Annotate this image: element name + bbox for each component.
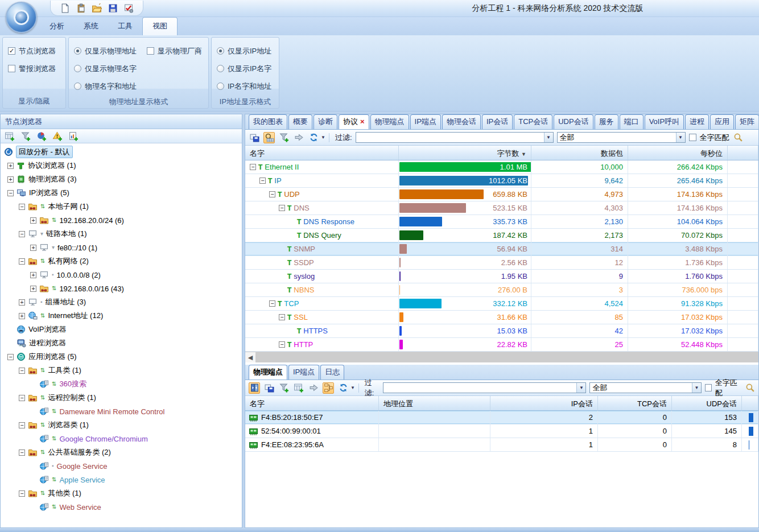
tree-expander-expanded[interactable]: − [19, 204, 25, 210]
add-alarm-button[interactable] [52, 130, 63, 142]
column-header-name[interactable]: 名字 [245, 396, 379, 410]
radio-circle[interactable] [74, 83, 81, 90]
tree-expander-expanded[interactable]: − [19, 258, 25, 265]
checkbox-警报浏览器[interactable]: 警报浏览器 [8, 64, 56, 74]
radio-circle[interactable] [217, 83, 224, 90]
tree-item[interactable]: −⇅其他类 (1) [1, 486, 242, 500]
chevron-down-icon[interactable]: ▼ [676, 133, 685, 142]
refresh-button[interactable] [308, 132, 319, 143]
column-header-name[interactable]: 名字 [245, 146, 399, 160]
tree-item[interactable]: +▾fe80::/10 (1) [1, 241, 242, 254]
tree-item[interactable]: +▪组播地址 (3) [1, 295, 242, 309]
locate-button[interactable] [293, 132, 304, 143]
whole-word-checkbox[interactable] [689, 134, 696, 141]
open-folder-button[interactable] [90, 2, 103, 14]
chevron-down-icon[interactable]: ▼ [576, 383, 585, 393]
dropdown-arrow-icon[interactable]: ▼ [321, 135, 325, 140]
view-tab-进程[interactable]: 进程 [685, 114, 709, 129]
tree-expander-collapsed[interactable]: + [7, 176, 14, 183]
scroll-left-icon[interactable]: ◀ [245, 352, 256, 362]
ribbon-tab-分析[interactable]: 分析 [40, 18, 74, 35]
tree-item[interactable]: +⇅192.168.0.0/16 (43) [1, 282, 242, 295]
ribbon-tab-系统[interactable]: 系统 [74, 18, 108, 35]
view-tab-物理会话[interactable]: 物理会话 [442, 114, 481, 129]
tree-expander-collapsed[interactable]: + [19, 313, 25, 319]
tree-expander-collapsed[interactable]: + [19, 299, 25, 306]
endpoint-tab-IP端点[interactable]: IP端点 [288, 365, 319, 380]
locate-button[interactable] [308, 382, 319, 394]
search-icon[interactable] [733, 132, 744, 143]
ribbon-tab-工具[interactable]: 工具 [108, 18, 142, 35]
tree-expander-expanded[interactable]: − [19, 449, 25, 456]
tree-item[interactable]: +⇅Internet地址 (12) [1, 309, 242, 323]
radio-circle[interactable] [74, 65, 81, 72]
tree-item[interactable]: ⇅Google Chrome/Chromium [1, 432, 242, 446]
view-tab-VoIP呼叫[interactable]: VoIP呼叫 [645, 114, 684, 129]
tree-expander-expanded[interactable]: − [19, 231, 25, 237]
tree-item[interactable]: +⇅192.168.20.0/24 (6) [1, 213, 242, 227]
tree-item[interactable]: ⇅Web Service [1, 500, 242, 514]
view-tab-服务[interactable]: 服务 [595, 114, 618, 129]
protocol-row-ethernet-ii[interactable]: −TEthernet II1.01 MB10,000266.424 Kbps [245, 160, 758, 174]
protocol-row-ip[interactable]: −TIP1012.05 KB9,642265.464 Kbps [245, 174, 758, 188]
view-tab-IP会话[interactable]: IP会话 [482, 114, 513, 129]
tree-item[interactable]: ⇅Apple Service [1, 473, 242, 486]
endpoint-row[interactable]: 52:54:00:99:00:0110145 [245, 424, 758, 438]
protocol-row-tcp[interactable]: −TTCP332.12 KB4,52491.328 Kbps [245, 297, 758, 311]
protocol-row-dns-query[interactable]: TDNS Query187.42 KB2,17370.072 Kbps [245, 229, 758, 242]
radio-IP名字和地址[interactable]: IP名字和地址 [217, 81, 271, 92]
add-graph-button[interactable] [36, 130, 47, 142]
protocol-row-http[interactable]: −THTTP22.82 KB2552.448 Kbps [245, 338, 758, 352]
protocol-row-dns[interactable]: −TDNS523.15 KB4,303174.136 Kbps [245, 201, 758, 215]
tree-expander-collapsed[interactable]: + [30, 217, 36, 224]
radio-仅显示物理名字[interactable]: 仅显示物理名字 [74, 64, 137, 74]
protocol-row-dns-response[interactable]: TDNS Response335.73 KB2,130104.064 Kbps [245, 215, 758, 229]
tree-item[interactable]: −▾链路本地 (1) [1, 227, 242, 241]
protocol-row-ssdp[interactable]: TSSDP2.56 KB121.736 Kbps [245, 256, 758, 270]
add-filter-button[interactable] [278, 382, 290, 394]
view-tab-端口[interactable]: 端口 [620, 114, 644, 129]
tree-item[interactable]: +物理浏览器 (3) [1, 172, 242, 186]
whole-word-checkbox[interactable] [705, 384, 712, 391]
scrollbar-thumb[interactable] [256, 352, 758, 362]
save-button[interactable] [106, 2, 119, 14]
view-tab-诊断[interactable]: 诊断 [314, 114, 337, 129]
column-header-geo[interactable]: 地理位置 [379, 396, 490, 410]
search-icon[interactable] [745, 382, 755, 394]
column-header-tcp-sessions[interactable]: TCP会话 [598, 396, 672, 410]
new-document-button[interactable] [59, 2, 71, 14]
analysis-profile-button[interactable] [122, 2, 135, 14]
filter-scope-value[interactable]: 全部 [590, 383, 692, 393]
horizontal-scrollbar[interactable]: ◀ [245, 352, 758, 362]
endpoint-tab-日志[interactable]: 日志 [320, 365, 344, 380]
checkbox-box[interactable] [8, 65, 15, 72]
tree-item[interactable]: −⇅本地子网 (1) [1, 200, 242, 213]
close-tab-icon[interactable]: × [360, 117, 365, 126]
tree-item[interactable]: 进程浏览器 [1, 336, 242, 350]
radio-circle[interactable] [74, 47, 81, 55]
view-tab-TCP会话[interactable]: TCP会话 [514, 114, 552, 129]
tree-item[interactable]: ⇅Dameware Mini Remote Control [1, 405, 242, 418]
radio-circle[interactable] [217, 65, 224, 72]
chevron-down-icon[interactable]: ▼ [692, 383, 701, 393]
radio-仅显示IP地址[interactable]: 仅显示IP地址 [217, 46, 271, 56]
endpoint-tab-物理端点[interactable]: 物理端点 [249, 365, 287, 380]
endpoint-row[interactable]: F4:B5:20:18:50:E720153 [245, 411, 758, 424]
checkbox-box[interactable] [147, 47, 154, 55]
column-header-bytes[interactable]: 字节数 ▼ [399, 146, 531, 160]
filter-scope-value[interactable]: 全部 [558, 133, 676, 143]
tree-expander-expanded[interactable]: − [7, 354, 14, 360]
protocol-row-syslog[interactable]: Tsyslog1.95 KB91.760 Kbps [245, 270, 758, 283]
protocol-row-udp[interactable]: −TUDP659.88 KB4,973174.136 Kbps [245, 188, 758, 201]
add-filter-button[interactable] [20, 130, 31, 142]
view-tab-IP端点[interactable]: IP端点 [410, 114, 441, 129]
save-report-button[interactable] [263, 382, 275, 394]
view-tab-UDP会话[interactable]: UDP会话 [554, 114, 593, 129]
protocol-row-https[interactable]: THTTPS15.03 KB4217.032 Kbps [245, 324, 758, 338]
chevron-down-icon[interactable]: ▼ [544, 133, 553, 142]
filter-scope-combobox[interactable]: 全部 ▼ [589, 382, 702, 393]
tree-item[interactable]: +协议浏览器 (1) [1, 159, 242, 172]
tree-item[interactable]: −⇅工具类 (1) [1, 364, 242, 377]
checkbox-显示物理厂商[interactable]: 显示物理厂商 [147, 46, 202, 56]
tree-item[interactable]: −应用浏览器 (5) [1, 350, 242, 364]
